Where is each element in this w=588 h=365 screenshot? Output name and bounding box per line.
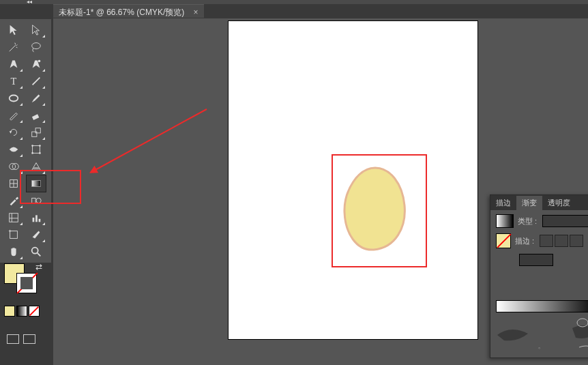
stroke-swatch[interactable] <box>16 273 37 293</box>
svg-point-0 <box>32 43 41 49</box>
document-tabs: 未标题-1* @ 66.67% (CMYK/预览) × <box>53 4 204 19</box>
document-tab-title: 未标题-1* @ 66.67% (CMYK/预览) <box>59 8 184 17</box>
svg-rect-7 <box>35 128 40 133</box>
svg-point-30 <box>32 248 38 254</box>
curvature-pen-tool[interactable] <box>27 56 46 72</box>
tab-transparency[interactable]: 透明度 <box>542 196 576 210</box>
stroke-apply-within-icon[interactable] <box>540 235 553 247</box>
magic-wand-tool[interactable] <box>4 39 23 55</box>
hand-tool[interactable] <box>4 244 23 260</box>
fill-stroke-swatch[interactable] <box>4 263 37 292</box>
svg-text:T: T <box>11 76 17 87</box>
stroke-label: 描边 : <box>515 236 535 246</box>
expand-panels-icon[interactable]: ◂◂ <box>26 0 33 4</box>
svg-point-11 <box>31 152 33 154</box>
gradient-preview-swatch[interactable] <box>496 214 514 228</box>
svg-rect-21 <box>10 214 18 222</box>
annotation-arrow <box>80 106 210 181</box>
svg-rect-6 <box>32 132 37 136</box>
type-tool[interactable]: T <box>4 73 23 89</box>
rotate-tool[interactable] <box>4 124 23 141</box>
screen-mode-full[interactable] <box>23 334 35 344</box>
svg-rect-26 <box>39 219 41 222</box>
tab-gradient[interactable]: 渐变 <box>516 196 542 210</box>
stroke-apply-across-icon[interactable] <box>570 235 583 247</box>
pen-tool[interactable] <box>4 56 23 72</box>
artboard-tool[interactable] <box>4 227 23 243</box>
svg-point-4 <box>10 96 18 102</box>
svg-rect-25 <box>35 215 38 222</box>
gradient-slider[interactable] <box>496 300 588 312</box>
svg-line-31 <box>38 253 41 257</box>
svg-line-32 <box>94 109 207 171</box>
screen-mode-normal[interactable] <box>7 334 19 344</box>
svg-text:◦: ◦ <box>538 345 540 351</box>
color-mode-row <box>4 306 40 317</box>
gradient-type-dropdown[interactable] <box>542 215 588 227</box>
slice-tool[interactable] <box>27 227 46 243</box>
free-transform-tool[interactable] <box>27 141 46 158</box>
svg-line-3 <box>33 78 40 85</box>
panel-footer-decor: ◦ <box>490 315 588 355</box>
stroke-apply-along-icon[interactable] <box>555 235 568 247</box>
paintbrush-tool[interactable] <box>27 90 46 106</box>
color-mode-solid[interactable] <box>4 306 15 317</box>
svg-point-1 <box>38 60 41 63</box>
gradient-panel-body: 类型 : 描边 : <box>490 210 588 317</box>
svg-point-12 <box>39 152 41 154</box>
svg-rect-5 <box>32 114 39 120</box>
selection-tool[interactable] <box>4 22 23 38</box>
zoom-tool[interactable] <box>27 244 46 260</box>
swap-fill-stroke-icon[interactable]: ⇄ <box>35 262 42 272</box>
width-tool[interactable] <box>4 141 23 158</box>
annotation-rect-canvas <box>332 154 427 267</box>
gradient-panel: 描边 渐变 透明度 类型 : 描边 : ◦ <box>490 194 588 358</box>
gradient-stroke-swatch[interactable] <box>496 233 511 248</box>
pencil-tool[interactable] <box>4 107 23 123</box>
rectangle-tool[interactable] <box>4 90 23 106</box>
type-label: 类型 : <box>518 216 538 227</box>
svg-rect-27 <box>10 231 18 239</box>
document-tab[interactable]: 未标题-1* @ 66.67% (CMYK/预览) × <box>53 4 204 18</box>
lasso-tool[interactable] <box>27 39 46 55</box>
svg-point-10 <box>39 145 41 147</box>
color-mode-none[interactable] <box>29 306 40 317</box>
column-graph-tool[interactable] <box>27 209 46 226</box>
tab-stroke[interactable]: 描边 <box>490 196 516 210</box>
symbol-sprayer-tool[interactable] <box>4 209 23 226</box>
screen-mode-row <box>7 334 35 344</box>
toolbox: T <box>0 19 51 263</box>
svg-rect-24 <box>33 218 35 222</box>
annotation-rect-toolbox <box>20 170 81 204</box>
gradient-panel-tabs: 描边 渐变 透明度 <box>490 195 588 210</box>
svg-point-9 <box>31 145 33 147</box>
color-mode-gradient[interactable] <box>16 306 27 317</box>
eraser-tool[interactable] <box>27 107 46 123</box>
close-icon[interactable]: × <box>194 8 199 17</box>
gradient-angle-input[interactable] <box>519 254 553 266</box>
svg-rect-8 <box>33 146 40 154</box>
direct-selection-tool[interactable] <box>27 22 46 38</box>
scale-tool[interactable] <box>27 124 46 141</box>
line-segment-tool[interactable] <box>27 73 46 89</box>
